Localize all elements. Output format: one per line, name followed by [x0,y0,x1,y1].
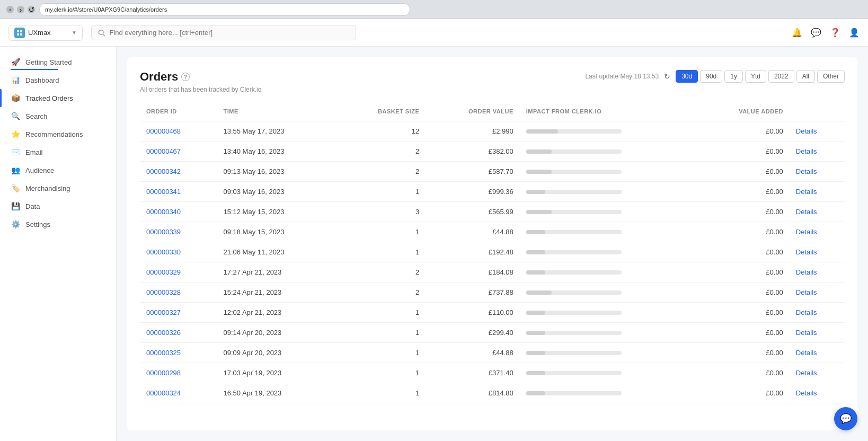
cell-order-id: 000000342 [140,162,217,182]
cell-value: £371.40 [426,363,520,383]
details-link[interactable]: Details [796,248,817,256]
filter-30d[interactable]: 30d [676,70,698,83]
details-link[interactable]: Details [796,308,817,316]
cell-impact [520,142,696,162]
chat-icon[interactable]: 💬 [811,28,821,38]
order-link[interactable]: 000000327 [146,308,181,316]
col-impact: IMPACT FROM CLERK.IO [520,104,696,121]
filter-ytd[interactable]: Ytd [745,70,766,83]
sidebar-item-label: Settings [25,220,50,228]
main-content: Orders ? All orders that has been tracke… [117,47,868,441]
details-link[interactable]: Details [796,228,817,236]
orders-title-section: Orders ? All orders that has been tracke… [140,70,261,93]
filter-2022[interactable]: 2022 [768,70,794,83]
cell-order-id: 000000329 [140,262,217,283]
details-link[interactable]: Details [796,127,817,135]
order-link[interactable]: 000000467 [146,147,181,155]
col-order-id: ORDER ID [140,104,217,121]
user-icon[interactable]: 👤 [849,28,860,38]
app-layout: 🚀 Getting Started 📊 Dashboard 📦 Tracked … [0,47,868,441]
cell-value: £814.80 [426,383,520,403]
impact-bar [526,129,558,134]
sidebar-item-label: Dashboard [25,76,59,84]
details-link[interactable]: Details [796,208,817,216]
cell-order-id: 000000330 [140,242,217,262]
sidebar-item-label: Audience [25,166,54,174]
impact-bar [526,371,545,375]
order-link[interactable]: 000000341 [146,188,181,196]
order-link[interactable]: 000000298 [146,369,181,377]
details-link[interactable]: Details [796,268,817,276]
details-link[interactable]: Details [796,329,817,337]
cell-value: £565.99 [426,202,520,222]
search-input[interactable] [109,29,349,37]
sidebar-item-recommendations[interactable]: ⭐ Recommendations [0,125,116,143]
details-link[interactable]: Details [796,288,817,296]
store-selector[interactable]: UXmax ▼ [8,25,83,41]
orders-table: ORDER ID TIME BASKET SIZE ORDER VALUE IM… [140,104,845,403]
cell-order-id: 000000468 [140,121,217,142]
order-link[interactable]: 000000342 [146,167,181,175]
sidebar-item-settings[interactable]: ⚙️ Settings [0,215,116,233]
order-link[interactable]: 000000339 [146,228,181,236]
cell-value-added: £0.00 [696,242,790,262]
cell-impact [520,202,696,222]
order-link[interactable]: 000000324 [146,389,181,397]
info-icon[interactable]: ? [181,73,190,81]
cell-details: Details [790,262,845,283]
notifications-icon[interactable]: 🔔 [792,28,802,38]
cell-time: 17:27 Apr 21, 2023 [217,262,337,283]
filter-1y[interactable]: 1y [724,70,743,83]
cell-basket: 2 [337,262,426,283]
col-order-value: ORDER VALUE [426,104,520,121]
table-row: 000000340 15:12 May 15, 2023 3 £565.99 £… [140,202,845,222]
audience-icon: 👥 [11,166,20,174]
sidebar-item-getting-started[interactable]: 🚀 Getting Started [0,53,116,71]
cell-order-id: 000000339 [140,222,217,242]
sidebar-item-email[interactable]: ✉️ Email [0,143,116,161]
cell-order-id: 000000328 [140,283,217,303]
details-link[interactable]: Details [796,167,817,175]
cell-value: £110.00 [426,303,520,323]
getting-started-icon: 🚀 [11,58,20,66]
sidebar-item-tracked-orders[interactable]: 📦 Tracked Orders [0,89,116,107]
order-link[interactable]: 000000330 [146,248,181,256]
forward-button[interactable]: › [17,6,24,13]
global-search[interactable] [91,25,356,40]
impact-bar-container [526,270,622,275]
filter-other[interactable]: Other [817,70,845,83]
cell-time: 09:03 May 16, 2023 [217,182,337,202]
sidebar-item-dashboard[interactable]: 📊 Dashboard [0,71,116,89]
filter-all[interactable]: All [796,70,815,83]
impact-bar [526,250,545,254]
details-link[interactable]: Details [796,188,817,196]
help-icon[interactable]: ❓ [830,28,840,38]
order-link[interactable]: 000000329 [146,268,181,276]
order-link[interactable]: 000000325 [146,349,181,357]
order-link[interactable]: 000000326 [146,329,181,337]
cell-value-added: £0.00 [696,363,790,383]
refresh-button[interactable]: ↻ [663,71,671,82]
sidebar-item-merchandising[interactable]: 🏷️ Merchandising [0,179,116,197]
filter-90d[interactable]: 90d [700,70,722,83]
table-row: 000000328 15:24 Apr 21, 2023 2 £737.88 £… [140,283,845,303]
details-link[interactable]: Details [796,349,817,357]
cell-impact [520,182,696,202]
order-link[interactable]: 000000468 [146,127,181,135]
details-link[interactable]: Details [796,147,817,155]
cell-impact [520,262,696,283]
address-bar[interactable]: my.clerk.io/#/store/U0APXG9C/analytics/o… [39,3,410,16]
sidebar-item-audience[interactable]: 👥 Audience [0,161,116,179]
chat-button[interactable]: 💬 [834,407,857,430]
cell-impact [520,303,696,323]
details-link[interactable]: Details [796,389,817,397]
sidebar-item-search[interactable]: 🔍 Search [0,107,116,125]
order-link[interactable]: 000000328 [146,288,181,296]
search-icon: 🔍 [11,112,20,120]
refresh-button[interactable]: ↺ [28,6,35,13]
store-name-label: UXmax [28,29,51,37]
order-link[interactable]: 000000340 [146,208,181,216]
back-button[interactable]: ‹ [6,6,14,13]
details-link[interactable]: Details [796,369,817,377]
sidebar-item-data[interactable]: 💾 Data [0,197,116,215]
